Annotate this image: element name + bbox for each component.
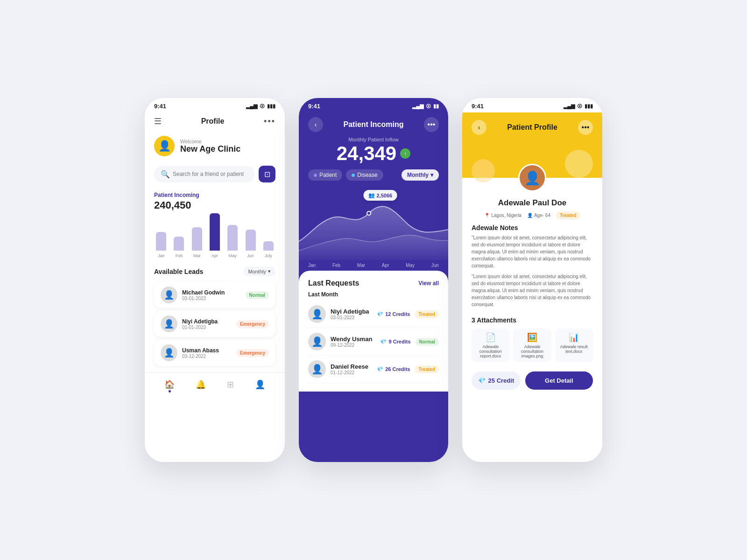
right-phone: 9:41 ▂▄▆ ⦿ ▮▮▮ ‹ Patient Profile ••• 👤 A…	[462, 98, 602, 462]
req-avatar-3: 👤	[308, 360, 326, 378]
location-text: Lagos, Nigeria	[491, 213, 521, 218]
filter-monthly-label: Monthly	[407, 172, 429, 178]
lead-name-3: Usman Abass	[182, 347, 232, 354]
profile-back-button[interactable]: ‹	[472, 120, 486, 135]
location-icon: 📍	[484, 213, 490, 218]
disease-dot	[352, 174, 355, 177]
left-phone: 9:41 ▂▄▆ ⦿ ▮▮▮ ☰ Profile ••• 👤 Welcome N…	[145, 98, 285, 462]
request-card-3[interactable]: 👤 Daniel Reese 01-12-2022 💎 26 Credits T…	[308, 356, 439, 383]
nav-grid[interactable]: ⊞	[227, 379, 234, 390]
credit-btn-label: 25 Credit	[488, 377, 514, 384]
center-title: Patient Incoming	[344, 120, 404, 129]
leads-dropdown-label: Monthly	[248, 269, 266, 274]
scan-icon: ⊡	[264, 170, 270, 179]
credit-button[interactable]: 💎 25 Credit	[472, 371, 521, 390]
x-label-jun: Jun	[431, 263, 439, 268]
profile-meta: 📍 Lagos, Nigeria 👤 Age- 64 Treated	[472, 211, 593, 219]
bar-jun: Jun	[243, 230, 257, 258]
center-status-icons: ▂▄▆ ⦿ ▮▮	[412, 103, 439, 109]
chevron-down-icon: ▾	[268, 268, 271, 274]
bar-feb-rect	[174, 237, 184, 251]
patient-incoming-label: Patient Incoming	[154, 192, 275, 198]
search-input[interactable]	[173, 171, 248, 177]
requests-title: Last Requests	[308, 279, 359, 287]
scan-icon-box[interactable]: ⊡	[259, 166, 275, 182]
center-signal-icon: ▂▄▆	[412, 103, 423, 109]
center-phone: 9:41 ▂▄▆ ⦿ ▮▮ ‹ Patient Incoming ••• Mon…	[299, 98, 448, 462]
nav-notifications[interactable]: 🔔	[196, 379, 206, 390]
right-battery-icon: ▮▮▮	[585, 103, 593, 109]
back-button[interactable]: ‹	[308, 117, 323, 132]
attach-name-2: Adewale consultation images.png	[517, 344, 547, 358]
req-credits-1: 💎 12 Credits	[377, 311, 410, 317]
left-header: ☰ Profile •••	[145, 112, 285, 131]
filter-disease[interactable]: Disease	[346, 169, 383, 181]
view-all-link[interactable]: View all	[418, 280, 439, 287]
bar-apr-rect	[210, 213, 220, 251]
lead-card-1[interactable]: 👤 Michael Godwin 03-01-2023 Normal	[154, 282, 275, 308]
req-credits-3: 💎 26 Credits	[377, 366, 410, 372]
patient-avatar: 👤	[518, 164, 546, 192]
bar-jun-rect	[246, 230, 256, 251]
bar-mar: Mar	[190, 227, 204, 258]
more-dots-icon[interactable]: •••	[264, 117, 275, 126]
attachments-section: 3 Attachments 📄 Adewale consultation rep…	[462, 316, 602, 367]
more-button[interactable]: •••	[424, 117, 439, 132]
lead-name-1: Michael Godwin	[182, 289, 241, 296]
notes-text-2: "Lorem ipsum dolor sit amet, consectetur…	[472, 273, 593, 308]
search-wrapper[interactable]: 🔍	[154, 166, 255, 182]
profile-more-button[interactable]: •••	[578, 120, 593, 135]
bar-feb-label: Feb	[176, 253, 183, 258]
clinic-avatar: 👤	[154, 136, 175, 156]
req-name-1: Niyi Adetigba	[331, 308, 372, 315]
credit-gem-icon-1: 💎	[377, 311, 383, 317]
right-wifi-icon: ⦿	[577, 104, 582, 109]
request-card-2[interactable]: 👤 Wendy Usman 09-12-2022 💎 9 Credits Nor…	[308, 328, 439, 356]
filter-monthly[interactable]: Monthly ▾	[402, 169, 439, 181]
request-card-1[interactable]: 👤 Niyi Adetigba 03-01-2023 💎 12 Credits …	[308, 301, 439, 328]
patient-name: Adewale Paul Doe	[472, 198, 593, 208]
lead-info-1: Michael Godwin 03-01-2023	[182, 289, 241, 301]
req-credits-value-2: 9 Credits	[388, 339, 410, 344]
credit-gem-icon-2: 💎	[380, 339, 387, 345]
lead-card-2[interactable]: 👤 Niyi Adetigba 01-01-2023 Emergency	[154, 311, 275, 337]
req-avatar-1: 👤	[308, 305, 326, 323]
lead-date-3: 03-12-2022	[182, 354, 232, 359]
req-info-1: Niyi Adetigba 03-01-2023	[331, 308, 372, 320]
center-time: 9:41	[308, 103, 320, 110]
lead-badge-2: Emergency	[236, 320, 269, 328]
nav-home[interactable]: 🏠	[164, 379, 175, 390]
bar-mar-label: Mar	[193, 253, 201, 258]
lead-card-3[interactable]: 👤 Usman Abass 03-12-2022 Emergency	[154, 340, 275, 366]
get-detail-button[interactable]: Get Detail	[525, 371, 593, 390]
wave-dot-inner	[367, 212, 370, 215]
bar-mar-rect	[192, 227, 202, 251]
welcome-section: 👤 Welcome New Age Clinic	[145, 131, 285, 161]
profile-header-card: ‹ Patient Profile ••• 👤	[462, 112, 602, 178]
req-credits-2: 💎 9 Credits	[380, 339, 410, 345]
bar-jan: Jan	[154, 232, 168, 258]
filter-patient[interactable]: Patient	[308, 169, 342, 181]
right-status-icons: ▂▄▆ ⦿ ▮▮▮	[564, 103, 593, 109]
attach-card-3[interactable]: 📊 Adewale result text.docx	[555, 329, 593, 362]
attach-card-1[interactable]: 📄 Adewale consultation report.docx	[472, 329, 509, 362]
patient-count: 240,450	[154, 199, 275, 211]
left-status-bar: 9:41 ▂▄▆ ⦿ ▮▮▮	[145, 98, 285, 112]
hamburger-icon[interactable]: ☰	[154, 116, 162, 126]
signal-icon: ▂▄▆	[246, 103, 257, 109]
lead-name-2: Niyi Adetigba	[182, 318, 232, 325]
lead-info-3: Usman Abass 03-12-2022	[182, 347, 232, 359]
patient-incoming: Patient Incoming 240,450	[145, 187, 285, 211]
right-time: 9:41	[472, 103, 484, 110]
header-deco-circle2	[472, 159, 495, 182]
person-icon: 👤	[527, 213, 533, 218]
patient-status-badge: Treated	[556, 211, 580, 219]
attach-card-2[interactable]: 🖼️ Adewale consultation images.png	[513, 329, 551, 362]
bar-may-label: May	[229, 253, 237, 258]
attach-name-3: Adewale result text.docx	[559, 344, 589, 354]
nav-profile[interactable]: 👤	[255, 379, 265, 390]
profile-header-row: ‹ Patient Profile •••	[472, 120, 593, 135]
credit-gem-icon-3: 💎	[377, 366, 383, 372]
leads-dropdown[interactable]: Monthly ▾	[243, 266, 275, 276]
bar-jun-label: Jun	[247, 253, 254, 258]
